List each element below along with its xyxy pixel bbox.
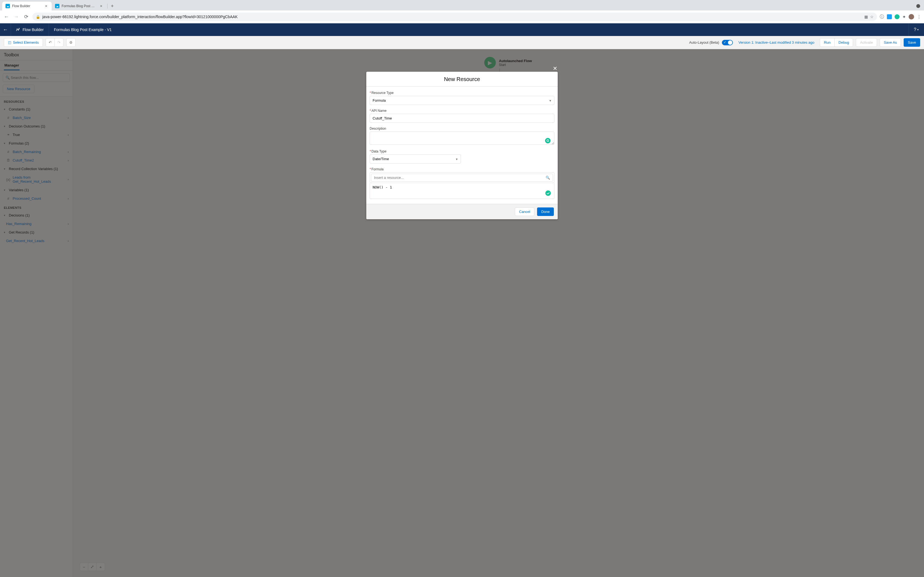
grammarly-icon[interactable] [545, 190, 551, 196]
chevron-down-icon: ▼ [917, 29, 919, 31]
flow-icon: 🗲 [16, 27, 20, 32]
run-button[interactable]: Run [820, 38, 835, 47]
api-name-input[interactable] [370, 114, 554, 123]
tab-divider [107, 3, 108, 8]
grammarly-icon[interactable]: G [545, 138, 551, 143]
select-elements-button[interactable]: ◫ Select Elements [4, 38, 43, 47]
url-bar[interactable]: 🔒 java-power-66192.lightning.force.com/b… [32, 13, 877, 21]
modal-title: New Resource [366, 72, 558, 87]
resource-type-combobox[interactable]: Formula ▼ [370, 96, 554, 105]
save-as-button[interactable]: Save As [880, 38, 901, 47]
cancel-label: Cancel [519, 210, 530, 214]
chevron-down-icon: ▼ [456, 158, 458, 160]
chevron-down-icon: ▼ [549, 99, 552, 102]
toggle-knob [728, 40, 732, 45]
done-button[interactable]: Done [537, 208, 554, 216]
api-name-label: *API Name [370, 109, 554, 113]
description-wrap: G [370, 132, 554, 146]
modal-footer: Cancel Done [366, 204, 558, 219]
run-debug-group: Run Debug [820, 38, 853, 47]
header-back-button[interactable]: ← [0, 23, 11, 36]
browser-chrome: ☁ Flow Builder × ☁ Formulas Blog Post Ex… [0, 0, 924, 23]
salesforce-cloud-icon: ☁ [5, 4, 10, 8]
salesforce-cloud-icon: ☁ [55, 4, 60, 8]
help-menu[interactable]: ? ▼ [909, 23, 924, 36]
browser-tab[interactable]: ☁ Formulas Blog Post Example × [52, 2, 107, 10]
flow-title: Formulas Blog Post Example - V1 [49, 27, 909, 32]
auto-layout-toggle[interactable]: ✓ [722, 40, 733, 45]
address-bar-row: ← → ⟳ 🔒 java-power-66192.lightning.force… [0, 10, 924, 23]
formula-resource-input[interactable] [374, 176, 546, 180]
field-api-name: *API Name [370, 109, 554, 123]
modal-body: *Resource Type Formula ▼ *API Name Descr… [366, 87, 558, 204]
back-icon[interactable]: ← [3, 14, 10, 20]
app-header: ← 🗲 Flow Builder Formulas Blog Post Exam… [0, 23, 924, 36]
cancel-button[interactable]: Cancel [515, 208, 534, 216]
select-elements-label: Select Elements [13, 40, 39, 45]
close-icon[interactable]: × [44, 4, 48, 8]
undo-redo-group: ↶ ↷ [46, 38, 63, 47]
auto-layout-toggle-wrap: Auto-Layout (Beta) ✓ [689, 40, 733, 45]
reload-icon[interactable]: ⟳ [23, 14, 30, 20]
builder-name: 🗲 Flow Builder [11, 23, 49, 36]
settings-gear-button[interactable]: ⚙ [66, 38, 76, 47]
save-as-label: Save As [884, 40, 897, 45]
lock-icon: 🔒 [36, 15, 40, 19]
formula-text: NOW() - 1 [373, 185, 392, 189]
tab-title: Formulas Blog Post Example [61, 4, 97, 8]
lbl-text: API Name [372, 109, 387, 113]
done-label: Done [541, 210, 550, 214]
grammarly-icon[interactable] [895, 14, 900, 19]
modal-close-button[interactable]: ✕ [552, 65, 558, 72]
extensions-puzzle-icon[interactable]: ✦ [902, 14, 906, 19]
browser-tab-active[interactable]: ☁ Flow Builder × [2, 2, 52, 10]
extension-blue-icon[interactable] [887, 14, 892, 19]
undo-button[interactable]: ↶ [46, 38, 55, 47]
check-icon: ✓ [724, 40, 726, 44]
forward-icon: → [13, 14, 20, 20]
tab-title: Flow Builder [12, 4, 42, 8]
description-label: Description [370, 127, 554, 131]
close-icon[interactable]: × [99, 4, 103, 8]
new-resource-modal: New Resource *Resource Type Formula ▼ *A… [366, 72, 558, 219]
account-indicator-icon[interactable] [916, 4, 920, 8]
new-tab-button[interactable]: + [108, 2, 116, 10]
formula-resource-search[interactable]: 🔍 [371, 174, 553, 182]
activate-button: Activate [856, 38, 877, 47]
field-data-type: *Data Type Date/Time ▼ [370, 150, 554, 163]
tab-strip: ☁ Flow Builder × ☁ Formulas Blog Post Ex… [0, 0, 924, 10]
resource-type-label: *Resource Type [370, 91, 554, 95]
formula-label: *Formula [370, 167, 554, 171]
url-text: java-power-66192.lightning.force.com/bui… [42, 15, 862, 19]
info-circle-icon[interactable]: ⓘ [880, 14, 884, 20]
formula-box: 🔍 [370, 172, 554, 183]
run-label: Run [824, 40, 830, 45]
search-icon: 🔍 [546, 176, 550, 180]
resource-type-value: Formula [370, 96, 554, 105]
field-resource-type: *Resource Type Formula ▼ [370, 91, 554, 105]
flow-toolbar: ◫ Select Elements ↶ ↷ ⚙ Auto-Layout (Bet… [0, 36, 924, 49]
field-formula: *Formula 🔍 NOW() - 1 [370, 167, 554, 199]
activate-label: Activate [860, 40, 872, 45]
profile-avatar[interactable] [909, 14, 914, 19]
data-type-value: Date/Time [370, 155, 461, 163]
help-icon: ? [914, 27, 916, 32]
chrome-menu-icon[interactable]: ⋮ [917, 14, 921, 19]
redo-button: ↷ [55, 38, 63, 47]
star-icon[interactable]: ☆ [870, 15, 874, 19]
description-input[interactable] [370, 132, 554, 145]
debug-label: Debug [838, 40, 849, 45]
data-type-combobox[interactable]: Date/Time ▼ [370, 155, 461, 163]
select-icon: ◫ [8, 40, 11, 45]
lbl-text: Formula [372, 167, 384, 171]
data-type-label: *Data Type [370, 150, 554, 153]
save-button[interactable]: Save [904, 38, 920, 47]
translate-icon[interactable]: ▦ [864, 15, 868, 19]
main-area: Toolbox Manager 🔍 New Resource RESOURCES… [0, 49, 924, 577]
formula-editor[interactable]: NOW() - 1 [370, 183, 554, 199]
lbl-text: Data Type [372, 150, 386, 153]
auto-layout-label: Auto-Layout (Beta) [689, 40, 719, 45]
builder-label: Flow Builder [23, 27, 44, 32]
gear-icon: ⚙ [69, 40, 73, 45]
debug-button[interactable]: Debug [834, 38, 853, 47]
